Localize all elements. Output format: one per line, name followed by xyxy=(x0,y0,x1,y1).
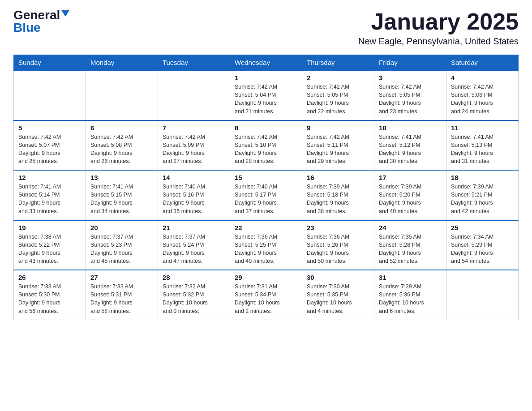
calendar-week-row: 5Sunrise: 7:42 AM Sunset: 5:07 PM Daylig… xyxy=(14,120,519,171)
calendar-cell: 2Sunrise: 7:42 AM Sunset: 5:05 PM Daylig… xyxy=(302,70,374,120)
day-info: Sunrise: 7:30 AM Sunset: 5:35 PM Dayligh… xyxy=(307,283,369,315)
day-info: Sunrise: 7:32 AM Sunset: 5:32 PM Dayligh… xyxy=(163,283,225,315)
day-number: 22 xyxy=(235,224,297,231)
calendar-cell: 12Sunrise: 7:41 AM Sunset: 5:14 PM Dayli… xyxy=(14,170,86,220)
calendar-cell: 29Sunrise: 7:31 AM Sunset: 5:34 PM Dayli… xyxy=(230,270,302,320)
day-of-week-header: Saturday xyxy=(446,55,519,71)
day-number: 31 xyxy=(379,274,442,281)
calendar-cell: 13Sunrise: 7:41 AM Sunset: 5:15 PM Dayli… xyxy=(86,170,158,220)
day-number: 8 xyxy=(235,124,297,132)
day-number: 16 xyxy=(307,174,369,181)
calendar-cell: 17Sunrise: 7:39 AM Sunset: 5:20 PM Dayli… xyxy=(374,170,446,220)
logo-general-text: General xyxy=(13,9,60,21)
calendar-week-row: 12Sunrise: 7:41 AM Sunset: 5:14 PM Dayli… xyxy=(14,170,519,220)
calendar-cell: 21Sunrise: 7:37 AM Sunset: 5:24 PM Dayli… xyxy=(158,220,230,270)
calendar-cell: 24Sunrise: 7:35 AM Sunset: 5:28 PM Dayli… xyxy=(374,220,446,270)
calendar-table: SundayMondayTuesdayWednesdayThursdayFrid… xyxy=(13,55,519,320)
day-number: 25 xyxy=(451,224,514,231)
calendar-cell: 6Sunrise: 7:42 AM Sunset: 5:08 PM Daylig… xyxy=(86,120,158,171)
calendar-cell: 14Sunrise: 7:40 AM Sunset: 5:16 PM Dayli… xyxy=(158,170,230,220)
calendar-week-row: 19Sunrise: 7:38 AM Sunset: 5:22 PM Dayli… xyxy=(14,220,519,270)
day-number: 23 xyxy=(307,224,369,231)
calendar-cell: 25Sunrise: 7:34 AM Sunset: 5:29 PM Dayli… xyxy=(446,220,519,270)
logo: General Blue xyxy=(13,9,69,34)
calendar-cell: 31Sunrise: 7:29 AM Sunset: 5:36 PM Dayli… xyxy=(374,270,446,320)
calendar-header: SundayMondayTuesdayWednesdayThursdayFrid… xyxy=(14,55,519,71)
calendar-cell: 23Sunrise: 7:36 AM Sunset: 5:26 PM Dayli… xyxy=(302,220,374,270)
calendar-cell: 30Sunrise: 7:30 AM Sunset: 5:35 PM Dayli… xyxy=(302,270,374,320)
day-number: 17 xyxy=(379,174,442,181)
day-info: Sunrise: 7:36 AM Sunset: 5:26 PM Dayligh… xyxy=(307,233,369,265)
calendar-cell: 10Sunrise: 7:41 AM Sunset: 5:12 PM Dayli… xyxy=(374,120,446,171)
day-number: 10 xyxy=(379,124,442,132)
day-number: 28 xyxy=(163,274,225,281)
calendar-cell: 9Sunrise: 7:42 AM Sunset: 5:11 PM Daylig… xyxy=(302,120,374,171)
day-number: 30 xyxy=(307,274,369,281)
calendar-cell: 8Sunrise: 7:42 AM Sunset: 5:10 PM Daylig… xyxy=(230,120,302,171)
day-number: 7 xyxy=(163,124,225,132)
day-of-week-header: Thursday xyxy=(302,55,374,71)
day-number: 6 xyxy=(90,124,153,132)
day-number: 27 xyxy=(90,274,153,281)
day-number: 11 xyxy=(451,124,514,132)
day-info: Sunrise: 7:41 AM Sunset: 5:13 PM Dayligh… xyxy=(451,133,514,166)
day-of-week-header: Tuesday xyxy=(158,55,230,71)
calendar-cell xyxy=(86,70,158,120)
calendar-cell: 3Sunrise: 7:42 AM Sunset: 5:05 PM Daylig… xyxy=(374,70,446,120)
calendar-cell: 1Sunrise: 7:42 AM Sunset: 5:04 PM Daylig… xyxy=(230,70,302,120)
calendar-week-row: 1Sunrise: 7:42 AM Sunset: 5:04 PM Daylig… xyxy=(14,70,519,120)
day-number: 19 xyxy=(18,224,81,231)
day-info: Sunrise: 7:40 AM Sunset: 5:16 PM Dayligh… xyxy=(163,183,225,215)
day-info: Sunrise: 7:37 AM Sunset: 5:24 PM Dayligh… xyxy=(163,233,225,265)
calendar-cell: 22Sunrise: 7:36 AM Sunset: 5:25 PM Dayli… xyxy=(230,220,302,270)
day-info: Sunrise: 7:42 AM Sunset: 5:04 PM Dayligh… xyxy=(235,83,297,116)
day-of-week-header: Sunday xyxy=(14,55,86,71)
calendar-cell: 4Sunrise: 7:42 AM Sunset: 5:06 PM Daylig… xyxy=(446,70,519,120)
day-number: 20 xyxy=(90,224,153,231)
day-info: Sunrise: 7:39 AM Sunset: 5:20 PM Dayligh… xyxy=(379,183,442,215)
days-of-week-row: SundayMondayTuesdayWednesdayThursdayFrid… xyxy=(14,55,519,71)
day-info: Sunrise: 7:42 AM Sunset: 5:05 PM Dayligh… xyxy=(307,83,369,116)
calendar-cell: 20Sunrise: 7:37 AM Sunset: 5:23 PM Dayli… xyxy=(86,220,158,270)
day-info: Sunrise: 7:38 AM Sunset: 5:22 PM Dayligh… xyxy=(18,233,81,265)
day-info: Sunrise: 7:42 AM Sunset: 5:10 PM Dayligh… xyxy=(235,133,297,166)
day-info: Sunrise: 7:42 AM Sunset: 5:08 PM Dayligh… xyxy=(90,133,153,166)
day-info: Sunrise: 7:42 AM Sunset: 5:05 PM Dayligh… xyxy=(379,83,442,116)
title-area: January 2025 New Eagle, Pennsylvania, Un… xyxy=(358,9,519,47)
day-number: 21 xyxy=(163,224,225,231)
day-info: Sunrise: 7:29 AM Sunset: 5:36 PM Dayligh… xyxy=(379,283,442,315)
day-of-week-header: Wednesday xyxy=(230,55,302,71)
day-info: Sunrise: 7:34 AM Sunset: 5:29 PM Dayligh… xyxy=(451,233,514,265)
day-number: 5 xyxy=(18,124,81,132)
calendar-cell xyxy=(158,70,230,120)
location-text: New Eagle, Pennsylvania, United States xyxy=(358,36,519,47)
day-info: Sunrise: 7:39 AM Sunset: 5:18 PM Dayligh… xyxy=(307,183,369,215)
day-number: 4 xyxy=(451,74,514,81)
month-title: January 2025 xyxy=(358,9,519,34)
day-info: Sunrise: 7:42 AM Sunset: 5:07 PM Dayligh… xyxy=(18,133,81,166)
day-info: Sunrise: 7:39 AM Sunset: 5:21 PM Dayligh… xyxy=(451,183,514,215)
day-info: Sunrise: 7:40 AM Sunset: 5:17 PM Dayligh… xyxy=(235,183,297,215)
day-number: 2 xyxy=(307,74,369,81)
logo-blue-text: Blue xyxy=(13,21,41,34)
day-number: 9 xyxy=(307,124,369,132)
day-info: Sunrise: 7:42 AM Sunset: 5:11 PM Dayligh… xyxy=(307,133,369,166)
calendar-cell: 16Sunrise: 7:39 AM Sunset: 5:18 PM Dayli… xyxy=(302,170,374,220)
calendar-cell: 7Sunrise: 7:42 AM Sunset: 5:09 PM Daylig… xyxy=(158,120,230,171)
calendar-cell: 27Sunrise: 7:33 AM Sunset: 5:31 PM Dayli… xyxy=(86,270,158,320)
day-number: 12 xyxy=(18,174,81,181)
day-number: 1 xyxy=(235,74,297,81)
day-number: 24 xyxy=(379,224,442,231)
day-info: Sunrise: 7:42 AM Sunset: 5:06 PM Dayligh… xyxy=(451,83,514,116)
calendar-cell: 19Sunrise: 7:38 AM Sunset: 5:22 PM Dayli… xyxy=(14,220,86,270)
page-header: General Blue January 2025 New Eagle, Pen… xyxy=(13,9,519,47)
day-number: 3 xyxy=(379,74,442,81)
day-info: Sunrise: 7:31 AM Sunset: 5:34 PM Dayligh… xyxy=(235,283,297,315)
day-of-week-header: Monday xyxy=(86,55,158,71)
day-of-week-header: Friday xyxy=(374,55,446,71)
day-number: 13 xyxy=(90,174,153,181)
day-info: Sunrise: 7:37 AM Sunset: 5:23 PM Dayligh… xyxy=(90,233,153,265)
calendar-cell: 18Sunrise: 7:39 AM Sunset: 5:21 PM Dayli… xyxy=(446,170,519,220)
calendar-body: 1Sunrise: 7:42 AM Sunset: 5:04 PM Daylig… xyxy=(14,70,519,320)
day-info: Sunrise: 7:41 AM Sunset: 5:14 PM Dayligh… xyxy=(18,183,81,215)
